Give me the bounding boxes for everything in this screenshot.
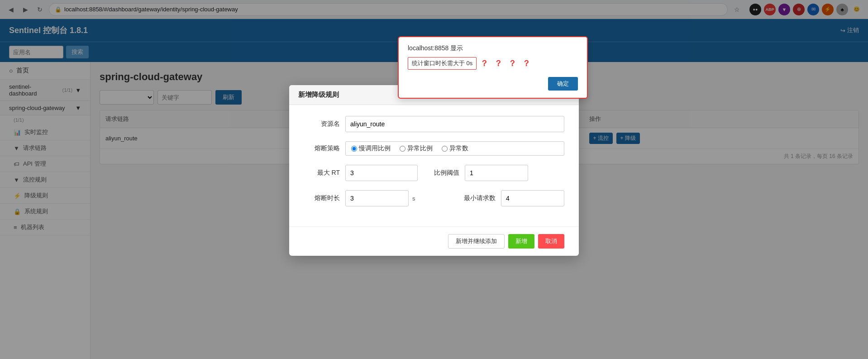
ratio-threshold-label: 比例阈值 — [423, 169, 459, 177]
circuit-duration-label: 熔断时长 — [304, 194, 340, 202]
modal-body: 资源名 熔断策略 慢调用比例 异常比例 异常数 — [289, 105, 579, 226]
circuit-duration-input[interactable] — [345, 190, 409, 206]
alert-body: 统计窗口时长需大于 0s ？ ？ ？ ？ — [408, 57, 578, 70]
resource-input[interactable] — [345, 116, 564, 132]
strategy-label: 熔断策略 — [304, 144, 340, 153]
alert-ok-button[interactable]: 确定 — [548, 77, 578, 91]
max-rt-row: 最大 RT 比例阈值 — [304, 165, 564, 181]
min-requests-label: 最小请求数 — [459, 194, 496, 202]
max-rt-input[interactable] — [345, 165, 418, 181]
modal-footer: 新增并继续添加 新增 取消 — [289, 226, 579, 256]
cancel-button[interactable]: 取消 — [538, 234, 564, 249]
alert-footer: 确定 — [408, 77, 578, 91]
max-rt-label: 最大 RT — [304, 169, 340, 177]
alert-dialog: localhost:8858 显示 统计窗口时长需大于 0s ？ ？ ？ ？ 确… — [398, 36, 588, 99]
strategy-exception-ratio[interactable]: 异常比例 — [400, 144, 433, 153]
add-continue-button[interactable]: 新增并继续添加 — [448, 234, 505, 249]
resource-name-row: 资源名 — [304, 116, 564, 132]
strategy-exception-count[interactable]: 异常数 — [442, 144, 468, 153]
circuit-duration-row: 熔断时长 s 最小请求数 — [304, 190, 564, 206]
alert-error-text: 统计窗口时长需大于 0s — [408, 57, 477, 70]
min-requests-input[interactable] — [501, 190, 564, 206]
strategy-row: 熔断策略 慢调用比例 异常比例 异常数 — [304, 141, 564, 156]
add-button[interactable]: 新增 — [508, 234, 534, 249]
circuit-duration-group: s — [345, 190, 454, 206]
modal-title: 新增降级规则 — [298, 91, 339, 99]
strategy-slow-ratio[interactable]: 慢调用比例 — [351, 144, 391, 153]
alert-title: localhost:8858 显示 — [408, 44, 578, 53]
degrade-rule-modal: 新增降级规则 × 资源名 熔断策略 慢调用比例 异常比例 — [289, 85, 579, 256]
resource-label: 资源名 — [304, 120, 340, 128]
alert-questions: ？ ？ ？ ？ — [480, 58, 532, 69]
ratio-threshold-input[interactable] — [465, 165, 528, 181]
strategy-radio-group: 慢调用比例 异常比例 异常数 — [345, 141, 564, 156]
duration-unit: s — [412, 195, 415, 202]
